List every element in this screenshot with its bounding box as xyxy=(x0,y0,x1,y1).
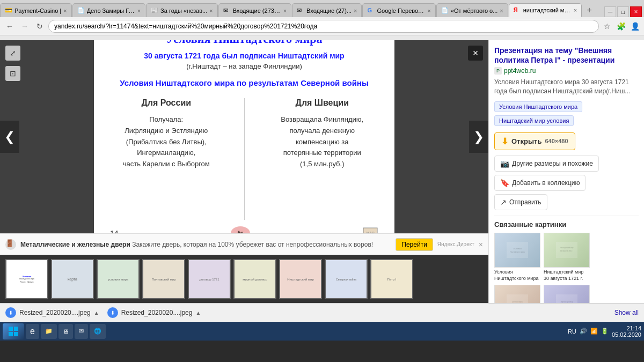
download-chevron-2[interactable]: ▲ xyxy=(195,310,201,316)
back-button[interactable]: ← xyxy=(3,20,16,33)
tab-close-5[interactable]: × xyxy=(354,8,357,14)
image-container: ❮ Условия Ништадтского мира 30 августа 1… xyxy=(0,40,488,233)
tab-payment[interactable]: 💳 Payment-Casino | × xyxy=(0,3,72,17)
taskbar-explorer-button[interactable]: 📁 xyxy=(41,324,57,339)
bookmark-star-icon[interactable]: ☆ xyxy=(601,20,613,32)
tab-close-3[interactable]: × xyxy=(209,8,213,14)
tab-close-6[interactable]: × xyxy=(427,8,430,14)
related-text-2: Ништадтский мир 30 августа 1721 г. xyxy=(544,269,590,282)
add-collection-label: Добавить в коллекцию xyxy=(512,179,580,187)
thumbnail-4[interactable]: Полтавский мир xyxy=(142,259,185,299)
ad-text-bold: Металлические и железные двери xyxy=(20,241,130,248)
share-button[interactable]: ↗ Отправить xyxy=(494,194,547,210)
close-viewer-button[interactable]: × xyxy=(468,46,483,61)
tray-volume-icon: 🔊 xyxy=(580,328,587,335)
start-button[interactable] xyxy=(3,323,24,339)
tab-favicon-6: G xyxy=(367,7,375,14)
thumbnail-6[interactable]: мирный договор xyxy=(233,259,276,299)
taskbar-browser-button[interactable]: 🌐 xyxy=(90,324,106,339)
action-row: ⬇ Открыть 640×480 xyxy=(494,132,639,150)
thumbnail-7[interactable]: Ништадтский мир xyxy=(279,259,322,299)
tag-1[interactable]: Условия Ништадтского мира xyxy=(494,101,582,112)
tab-inbox1[interactable]: ✉ Входящие (273)... × xyxy=(218,3,291,17)
taskbar-email-button[interactable]: ✉ xyxy=(75,324,88,339)
tab-close-8[interactable]: × xyxy=(574,7,577,13)
svg-text:Ништадтский мир: Ништадтский мир xyxy=(287,278,314,281)
tab-inbox2[interactable]: ✉ Входящие (27)... × xyxy=(292,3,362,17)
related-item-3[interactable]: условия мира Условия Ништадтского мира xyxy=(494,285,540,303)
ie-icon: e xyxy=(30,327,35,336)
thumbnail-9[interactable]: Петр I xyxy=(370,259,413,299)
related-item-1[interactable]: УсловияНиштадтского мира Условия Ништадт… xyxy=(494,233,540,282)
tab-favicon-5: ✉ xyxy=(297,7,304,14)
related-img-1: УсловияНиштадтского мира xyxy=(494,233,540,268)
tags-container: Условия Ништадтского мира Ништадский мир… xyxy=(494,101,639,126)
open-button[interactable]: ⬇ Открыть 640×480 xyxy=(494,132,575,150)
taskbar-ie-button[interactable]: e xyxy=(26,324,39,339)
slide-signed-text: был подписан xyxy=(222,51,277,60)
ad-text: Металлические и железные двери Закажите … xyxy=(20,241,391,248)
extension-icon[interactable]: 🧩 xyxy=(615,20,627,32)
result-title[interactable]: Презентация на тему "Внешняя политика Пе… xyxy=(494,46,639,65)
close-button[interactable]: × xyxy=(630,6,642,17)
viewer-toolbar: ⤢ ⊡ xyxy=(5,46,20,81)
other-sizes-label: Другие размеры и похожие xyxy=(512,160,593,167)
tab-close-1[interactable]: × xyxy=(63,8,67,14)
tab-ot-mert[interactable]: 📄 «От мёртвого о... × xyxy=(436,3,508,17)
address-bar[interactable] xyxy=(48,20,599,33)
tab-zagody[interactable]: 📰 За годы «незав... × xyxy=(146,3,218,17)
add-collection-button[interactable]: 🔖 Добавить в коллекцию xyxy=(494,175,586,191)
other-sizes-button[interactable]: 📷 Другие размеры и похожие xyxy=(494,156,599,172)
ad-bar: 🚪 Металлические и железные двери Закажит… xyxy=(0,233,488,255)
expand-button[interactable]: ⤢ xyxy=(5,46,20,61)
tag-2[interactable]: Ништадский мир условия xyxy=(494,115,574,126)
tab-nishta[interactable]: Я ништадтский мир... × xyxy=(509,3,582,17)
minimize-button[interactable]: ─ xyxy=(604,6,616,17)
svg-text:Петр I: Петр I xyxy=(387,278,397,281)
download-icon-2: ⬇ xyxy=(107,307,118,318)
crop-button[interactable]: ⊡ xyxy=(5,66,20,81)
ad-close-button[interactable]: × xyxy=(479,240,483,249)
maximize-button[interactable]: □ xyxy=(617,6,629,17)
download-chevron-1[interactable]: ▲ xyxy=(94,310,99,316)
related-item-2[interactable]: Ништадтский мир30 августа 1721 г. Ништад… xyxy=(544,233,590,282)
svg-rect-35 xyxy=(14,327,18,331)
prev-image-button[interactable]: ❮ xyxy=(0,121,19,153)
tab-translate[interactable]: G Google Переводч... × xyxy=(362,3,435,17)
share-label: Отправить xyxy=(509,198,541,206)
profile-icon[interactable]: 👤 xyxy=(629,20,641,32)
taskbar-time-display: 21:14 xyxy=(612,325,641,331)
thumbnail-1[interactable]: Условия Ништадтского мира Россия Швеция xyxy=(5,259,48,299)
source-favicon: P xyxy=(494,67,502,75)
slide-title: Условия Ништадтского мира xyxy=(166,40,323,46)
thumbnail-5[interactable]: договор 1721 xyxy=(188,259,231,299)
thumbnail-2[interactable]: карта xyxy=(51,259,94,299)
refresh-button[interactable]: ↻ xyxy=(33,20,46,33)
taskbar-desktop-button[interactable]: 🖥 xyxy=(58,324,73,339)
slide-subtitle: 30 августа 1721 года был подписан Ништад… xyxy=(144,51,344,60)
open-btn-label: Открыть xyxy=(511,137,541,145)
svg-text:Северная война: Северная война xyxy=(336,278,356,281)
thumbnail-3[interactable]: условия мира xyxy=(97,259,140,299)
related-img-3: условия мира xyxy=(494,285,540,303)
windows-logo-icon xyxy=(8,326,19,337)
related-item-4[interactable]: мирный договор Ништадтский мирный догово… xyxy=(544,285,590,303)
svg-rect-36 xyxy=(9,332,13,336)
open-btn-size: 640×480 xyxy=(545,138,568,144)
related-img-2: Ништадтский мир30 августа 1721 г. xyxy=(544,233,590,268)
result-source: P ppt4web.ru xyxy=(494,67,639,75)
image-viewer: ⤢ ⊡ × ❮ Условия Ништадтского мира 30 авг… xyxy=(0,40,488,303)
new-tab-button[interactable]: + xyxy=(582,3,596,17)
forward-button[interactable]: → xyxy=(18,20,31,33)
thumbnail-8[interactable]: Северная война xyxy=(325,259,368,299)
slide-location: (г.Ништадт – на западе Финляндии) xyxy=(186,62,302,70)
svg-text:🦅: 🦅 xyxy=(237,230,244,233)
ad-text-desc: Закажите дверь, которая на 100% убережет… xyxy=(132,241,373,248)
tab-close-2[interactable]: × xyxy=(137,8,141,14)
tab-close-4[interactable]: × xyxy=(283,8,287,14)
ad-go-button[interactable]: Перейти xyxy=(396,238,433,251)
next-image-button[interactable]: ❯ xyxy=(469,121,488,153)
tab-delo[interactable]: 📄 Дело Замиры Га... × xyxy=(72,3,145,17)
tab-close-7[interactable]: × xyxy=(500,8,503,14)
show-all-button[interactable]: Show all xyxy=(614,309,639,316)
